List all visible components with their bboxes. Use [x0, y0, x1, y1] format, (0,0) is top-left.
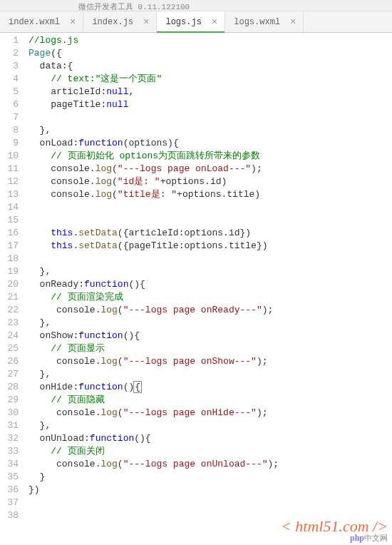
code-line[interactable]: },	[29, 265, 392, 278]
code-line[interactable]: // 页面渲染完成	[29, 291, 392, 304]
token-punc	[29, 446, 51, 457]
tab-label: index.js	[92, 17, 133, 27]
token-string: "id是: "	[118, 176, 160, 187]
code-editor[interactable]: 1234567891011121314151617181920212223242…	[0, 33, 392, 522]
line-number: 4	[0, 73, 19, 86]
tab-index-wxml[interactable]: index.wxml×	[0, 11, 83, 32]
line-number: 28	[0, 381, 19, 394]
code-line[interactable]: console.log("---logs page onShow---");	[29, 355, 392, 368]
tab-logs-wxml[interactable]: logs.wxml×	[225, 11, 304, 32]
code-line[interactable]: // 页面隐藏	[29, 394, 392, 407]
token-string: "---logs page onUnload---"	[123, 459, 268, 469]
code-line[interactable]	[29, 214, 392, 227]
tab-logs-js[interactable]: logs.js×	[157, 11, 225, 32]
close-icon[interactable]: ×	[70, 17, 76, 27]
line-number: 1	[0, 34, 19, 47]
token-punc: );	[268, 459, 279, 469]
token-func: setData	[78, 240, 118, 251]
code-line[interactable]: }	[29, 471, 392, 484]
token-punc: (	[118, 305, 123, 315]
code-line[interactable]	[29, 253, 392, 265]
code-line[interactable]: console.log("---logs page onReady---");	[29, 304, 392, 317]
close-icon[interactable]: ×	[212, 17, 217, 27]
code-line[interactable]: onUnload:function(){	[29, 432, 392, 445]
code-line[interactable]: // 页面关闭	[29, 445, 392, 458]
line-number: 21	[0, 291, 19, 304]
code-line[interactable]: onHide:function(){	[29, 381, 392, 394]
token-punc	[29, 240, 51, 251]
code-line[interactable]: console.log("id是: "+options.id)	[29, 175, 392, 188]
token-punc: {	[133, 381, 142, 393]
code-line[interactable]: // text:"这是一个页面"	[29, 73, 392, 86]
token-punc: ()	[123, 382, 135, 392]
code-line[interactable]: Page({	[29, 47, 392, 60]
token-punc	[29, 343, 51, 354]
close-icon[interactable]: ×	[290, 17, 296, 27]
code-line[interactable]: data:{	[29, 60, 392, 73]
code-line[interactable]: },	[29, 124, 392, 137]
code-line[interactable]: },	[29, 317, 392, 330]
token-keyword: null	[106, 99, 128, 110]
code-line[interactable]: },	[29, 419, 392, 432]
code-line[interactable]: onShow:function(){	[29, 330, 392, 342]
line-number: 23	[0, 317, 19, 330]
line-number: 35	[0, 471, 19, 484]
token-func: log	[96, 163, 112, 174]
token-punc: },	[29, 317, 51, 328]
token-keyword: function	[78, 382, 123, 392]
token-punc: (	[112, 189, 118, 200]
window-title: 微信开发者工具 0.11.122100	[78, 3, 190, 11]
tab-bar: index.wxml×index.js×logs.js×logs.wxml×	[0, 11, 392, 33]
code-line[interactable]: // 页面初始化 options为页面跳转所带来的参数	[29, 150, 392, 163]
code-area[interactable]: //logs.jsPage({ data:{ // text:"这是一个页面" …	[29, 33, 392, 522]
line-number: 17	[0, 240, 19, 253]
code-line[interactable]: },	[29, 368, 392, 381]
token-keyword: null	[106, 86, 128, 97]
code-line[interactable]: console.log("---logs page onHide---");	[29, 407, 392, 419]
line-number: 3	[0, 60, 19, 73]
code-line[interactable]: })	[29, 484, 392, 496]
token-punc: );	[251, 163, 262, 174]
tab-label: logs.wxml	[234, 17, 280, 27]
code-line[interactable]	[29, 201, 392, 214]
token-func: log	[100, 407, 117, 418]
code-line[interactable]: pageTitle:null	[29, 98, 392, 111]
token-func: log	[100, 305, 117, 315]
line-number: 5	[0, 86, 19, 98]
code-line[interactable]: console.log("---logs page onLoad---");	[29, 163, 392, 175]
code-line[interactable]: onLoad:function(options){	[29, 137, 392, 150]
code-line[interactable]	[29, 111, 392, 124]
token-punc: );	[257, 407, 268, 418]
token-punc	[29, 292, 51, 302]
tab-label: logs.js	[165, 17, 201, 27]
code-line[interactable]	[29, 509, 392, 522]
token-prop: onLoad	[29, 138, 73, 148]
code-line[interactable]: this.setData({articleId:options.id})	[29, 227, 392, 240]
tab-index-js[interactable]: index.js×	[83, 11, 157, 32]
token-punc	[29, 253, 34, 264]
token-prop: onReady	[29, 279, 78, 290]
token-punc: +options.id)	[160, 176, 227, 187]
token-punc: (){	[128, 279, 145, 290]
code-line[interactable]: console.log("title是: "+options.title)	[29, 188, 392, 201]
token-prop: onUnload	[29, 433, 84, 444]
code-line[interactable]	[29, 496, 392, 509]
close-icon[interactable]: ×	[143, 17, 149, 27]
token-comment: //logs.js	[29, 35, 78, 46]
token-keyword: function	[78, 138, 123, 148]
line-number: 20	[0, 278, 19, 291]
token-punc: (	[118, 356, 123, 367]
token-punc: }	[29, 472, 45, 482]
code-line[interactable]: this.setData({pageTitle:options.title})	[29, 240, 392, 253]
line-number: 13	[0, 188, 19, 201]
token-punc: },	[29, 369, 51, 380]
token-func: setData	[78, 228, 118, 238]
token-prop: options	[128, 138, 167, 148]
token-punc	[29, 394, 51, 405]
code-line[interactable]: onReady:function(){	[29, 278, 392, 291]
tab-label: index.wxml	[9, 17, 60, 27]
code-line[interactable]: // 页面显示	[29, 342, 392, 355]
code-line[interactable]: //logs.js	[29, 34, 392, 47]
code-line[interactable]: articleId:null,	[29, 86, 392, 98]
code-line[interactable]: console.log("---logs page onUnload---");	[29, 458, 392, 471]
